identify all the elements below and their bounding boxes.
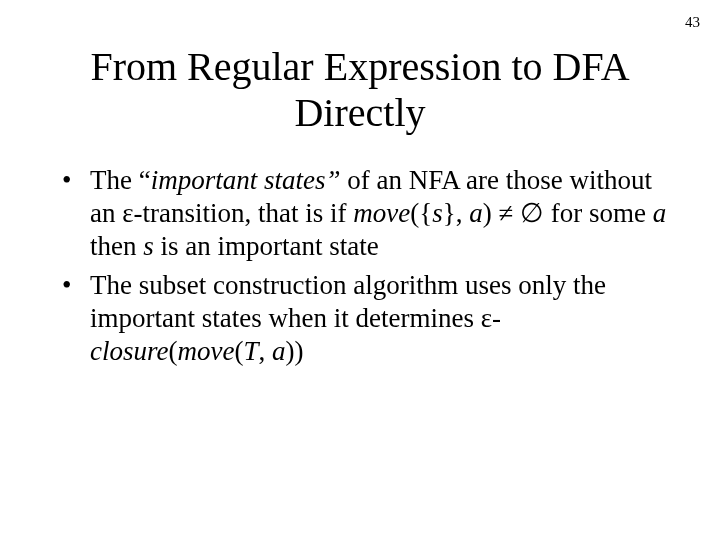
emphasis: important states” — [151, 165, 341, 195]
move-function: move — [353, 198, 410, 228]
var-s: s — [143, 231, 154, 261]
slide-title: From Regular Expression to DFA Directly — [50, 44, 670, 136]
text: The subset construction algorithm uses o… — [90, 270, 606, 333]
text: “ — [139, 165, 151, 195]
text: }, — [443, 198, 469, 228]
move-function: move — [177, 336, 234, 366]
bullet-list: The “important states” of an NFA are tho… — [50, 164, 670, 368]
bullet-item: The “important states” of an NFA are tho… — [62, 164, 670, 263]
text: , — [258, 336, 272, 366]
var-T: T — [243, 336, 258, 366]
var-a: a — [272, 336, 286, 366]
slide: 43 From Regular Expression to DFA Direct… — [0, 0, 720, 540]
text: ({ — [410, 198, 432, 228]
bullet-item: The subset construction algorithm uses o… — [62, 269, 670, 368]
var-s: s — [432, 198, 443, 228]
text: )) — [285, 336, 303, 366]
var-a: a — [469, 198, 483, 228]
text: ) ≠ ∅ for some — [483, 198, 653, 228]
text: then — [90, 231, 143, 261]
closure-function: closure — [90, 336, 168, 366]
text: is an important state — [154, 231, 379, 261]
var-a: a — [653, 198, 667, 228]
text: The — [90, 165, 139, 195]
page-number: 43 — [685, 14, 700, 31]
